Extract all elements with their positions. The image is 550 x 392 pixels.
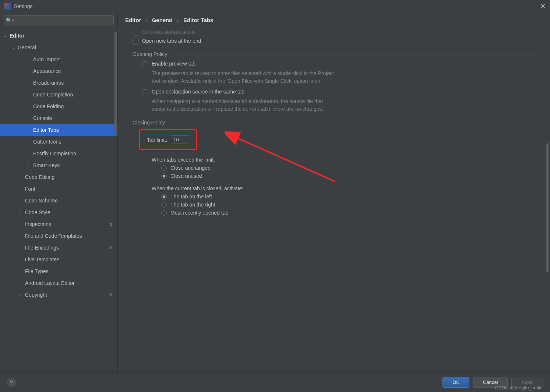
preview-description: The preview tab is reused to show files …	[152, 70, 343, 85]
tree-inspections[interactable]: Inspections⧉	[0, 218, 117, 230]
tree-editor[interactable]: ⌄Editor	[0, 30, 117, 42]
radio-close-unused[interactable]: Close unused	[161, 173, 535, 179]
checkbox[interactable]	[142, 61, 148, 67]
close-icon[interactable]: ✕	[540, 2, 546, 10]
content-pane: Editor › General › Editor Tabs Sort tabs…	[118, 13, 550, 372]
chevron-right-icon: ›	[19, 291, 24, 299]
search-input[interactable]	[4, 15, 114, 25]
sidebar: 🔍▾ ⌄Editor ⌄General Auto Import Appearan…	[0, 13, 118, 372]
tree-code-folding[interactable]: Code Folding	[0, 100, 117, 112]
tab-limit-input[interactable]	[171, 135, 189, 144]
radio-close-unchanged[interactable]: Close unchanged	[161, 165, 535, 171]
tree-auto-import[interactable]: Auto Import	[0, 53, 117, 65]
ok-button[interactable]: OK	[443, 377, 469, 388]
radio-tab-left[interactable]: The tab on the left	[161, 194, 535, 199]
tree-live-templates[interactable]: Live Templates	[0, 254, 117, 265]
crumb-editor[interactable]: Editor	[125, 17, 141, 23]
exceed-label: When tabs exceed the limit:	[152, 157, 535, 163]
chevron-right-icon: ›	[146, 17, 148, 23]
tree-copyright[interactable]: ›Copyright⧉	[0, 289, 117, 301]
checkbox-row-open-end[interactable]: Open new tabs at the end	[133, 38, 535, 45]
copy-icon: ⧉	[109, 220, 112, 228]
tree-font[interactable]: Font	[0, 183, 117, 195]
sidebar-scrollbar[interactable]	[114, 32, 117, 135]
window-title: Settings	[14, 3, 33, 9]
tree-appearance[interactable]: Appearance	[0, 65, 117, 77]
checkbox-label: Enable preview tab	[152, 61, 195, 67]
tree-code-editing[interactable]: Code Editing	[0, 171, 117, 183]
tree-color-scheme[interactable]: ›Color Scheme	[0, 195, 117, 206]
chevron-right-icon: ›	[19, 197, 24, 205]
tab-limit-highlight: Tab limit:	[139, 129, 197, 150]
radio-recent[interactable]: Most recently opened tab	[161, 210, 535, 216]
crumb-general[interactable]: General	[152, 17, 173, 23]
radio[interactable]	[161, 165, 167, 171]
checkbox[interactable]	[142, 89, 148, 95]
radio-tab-right[interactable]: The tab on the right	[161, 202, 535, 208]
tree-file-types[interactable]: File Types	[0, 265, 117, 277]
radio[interactable]	[161, 202, 167, 208]
breadcrumb: Editor › General › Editor Tabs	[118, 13, 550, 25]
titlebar: Settings ✕	[0, 0, 550, 13]
tree-file-encodings[interactable]: File Encodings⧉	[0, 242, 117, 254]
checkbox[interactable]	[133, 30, 138, 36]
tree-breadcrumbs[interactable]: Breadcrumbs	[0, 77, 117, 89]
section-opening-policy: Opening Policy	[133, 51, 535, 57]
copy-icon: ⧉	[109, 291, 112, 299]
chevron-right-icon: ›	[27, 161, 32, 169]
checkbox-row-preview[interactable]: Enable preview tab	[142, 61, 535, 67]
radio[interactable]	[161, 210, 167, 216]
crumb-editor-tabs: Editor Tabs	[183, 17, 213, 23]
declaration-description: When navigating to a method/class/variab…	[152, 98, 343, 113]
checkbox[interactable]	[133, 39, 138, 45]
radio[interactable]	[161, 194, 167, 199]
help-button[interactable]: ?	[7, 378, 16, 387]
settings-tree: ⌄Editor ⌄General Auto Import Appearance …	[0, 28, 117, 372]
checkbox-row-sort-alpha[interactable]: Sort tabs alphabetically	[133, 29, 535, 36]
chevron-down-icon: ⌄	[12, 43, 16, 52]
app-icon	[4, 3, 11, 10]
tree-smart-keys[interactable]: ›Smart Keys	[0, 159, 117, 171]
tree-postfix-completion[interactable]: Postfix Completion	[0, 148, 117, 159]
dialog-footer: ? OK Cancel Apply	[0, 372, 550, 392]
tree-android-layout[interactable]: Android Layout Editor	[0, 277, 117, 289]
checkbox-label: Open declaration source in the same tab	[152, 89, 244, 95]
activate-label: When the current tab is closed, activate…	[152, 186, 535, 191]
tree-gutter-icons[interactable]: Gutter Icons	[0, 136, 117, 148]
chevron-right-icon: ›	[177, 17, 179, 23]
section-closing-policy: Closing Policy	[133, 120, 535, 126]
copy-icon: ⧉	[109, 244, 112, 252]
tree-file-templates[interactable]: File and Code Templates	[0, 230, 117, 242]
checkbox-label: Sort tabs alphabetically	[142, 29, 195, 35]
tree-general[interactable]: ⌄General	[0, 42, 117, 53]
tab-limit-label: Tab limit:	[147, 137, 167, 143]
chevron-right-icon: ›	[19, 208, 24, 216]
radio[interactable]	[161, 173, 167, 179]
tree-code-completion[interactable]: Code Completion	[0, 89, 117, 100]
content-scrollbar[interactable]	[546, 143, 549, 272]
tree-editor-tabs[interactable]: Editor Tabs	[0, 124, 117, 136]
tree-code-style[interactable]: ›Code Style	[0, 206, 117, 218]
checkbox-label: Open new tabs at the end	[142, 38, 201, 44]
tree-console[interactable]: Console	[0, 112, 117, 124]
chevron-down-icon: ⌄	[4, 32, 8, 40]
cancel-button[interactable]: Cancel	[473, 377, 508, 388]
apply-button[interactable]: Apply	[511, 377, 543, 388]
checkbox-row-declaration[interactable]: Open declaration source in the same tab	[142, 89, 535, 95]
